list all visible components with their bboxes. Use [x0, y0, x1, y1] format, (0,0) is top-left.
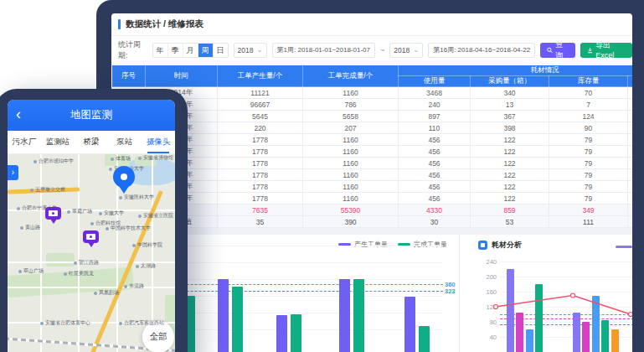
tab-监测站[interactable]: 监测站	[41, 131, 75, 153]
table-cell: 79	[549, 193, 628, 204]
table-cell: 5645	[218, 111, 303, 122]
table-cell: 110	[399, 122, 471, 134]
map-label-text: 安徽大学	[104, 210, 124, 217]
table-row: 22015年96667786240137650	[112, 99, 633, 111]
table-cell: 398	[471, 122, 549, 134]
poi-dot-icon	[20, 226, 23, 230]
consumable-bar	[582, 322, 590, 352]
week-from-field[interactable]: 第1周: 2018-01-01~2018-01-07	[272, 43, 375, 58]
sub-column-header: 采购量（箱）	[471, 76, 549, 87]
filter-label: 统计周期:	[118, 39, 147, 61]
map-label: 红星美凯龙	[64, 270, 94, 277]
layer-expander-button[interactable]: ›	[8, 165, 18, 180]
year-to-select[interactable]: 2018 ⌄	[389, 43, 423, 58]
map-label: 安徽省博物馆	[138, 154, 173, 162]
map-label-text: 翠庭广场	[72, 208, 92, 215]
map-label: 体育场	[111, 155, 131, 163]
table-cell: 79	[549, 158, 628, 169]
poi-dot-icon	[119, 322, 122, 325]
map-label-text: 安徽省博物馆	[143, 154, 173, 162]
period-option-月[interactable]: 月	[183, 44, 198, 57]
table-cell: 122	[471, 146, 549, 158]
dashboard: 数据统计 / 维修报表 统计周期: 年季月周日 2018 ⌄ 第1周: 2018…	[111, 13, 632, 352]
table-cell: 456	[399, 181, 471, 193]
poi-dot-icon	[90, 222, 94, 225]
period-option-年[interactable]: 年	[153, 44, 168, 57]
table-row: 32016年56455658897367124129	[112, 111, 633, 122]
period-option-周[interactable]: 周	[198, 44, 214, 57]
period-option-日[interactable]: 日	[214, 44, 228, 57]
map-label: 安徽大学	[99, 210, 124, 217]
legend-item[interactable]: 产生工单量	[338, 240, 388, 249]
phone-tab-bar: 污水厂监测站桥梁泵站摄像头	[8, 131, 175, 154]
map-label: 安徽省立医院	[138, 212, 173, 220]
consumables-chart: 耗材分析 2402001601208040	[460, 235, 632, 352]
back-button[interactable]: ‹	[16, 103, 21, 125]
table-cell: 67	[628, 146, 633, 158]
table-cell: 240	[399, 99, 471, 111]
tab-泵站[interactable]: 泵站	[108, 131, 142, 153]
table-cell: 456	[399, 169, 471, 181]
table-cell: 367	[471, 111, 549, 122]
caret-down-icon: ⌄	[414, 48, 420, 53]
table-cell: 122	[471, 134, 549, 146]
table-cell: 1160	[303, 181, 399, 193]
chart-title: 耗材分析	[492, 240, 522, 251]
table-cell: 1778	[218, 146, 303, 158]
location-pin-icon[interactable]	[113, 166, 135, 194]
table-cell: 1778	[218, 134, 303, 146]
map-view[interactable]: › 全部 合肥市琥珀中学体育场安徽省博物馆安徽农业大学五里墩立交桥安徽医科大学合…	[8, 154, 175, 352]
tab-桥梁[interactable]: 桥梁	[75, 131, 108, 153]
poi-dot-icon	[111, 158, 114, 161]
poi-dot-icon	[18, 270, 22, 273]
map-label-text: 安徽医科大学	[124, 194, 154, 201]
period-option-季[interactable]: 季	[168, 44, 183, 57]
tab-污水厂[interactable]: 污水厂	[8, 131, 41, 153]
table-cell: 1778	[218, 169, 303, 181]
filter-bar: 统计周期: 年季月周日 2018 ⌄ 第1周: 2018-01-01~2018-…	[111, 36, 632, 65]
y-axis-tick: 160	[482, 288, 497, 296]
tab-摄像头[interactable]: 摄像头	[142, 131, 175, 153]
repair-report-table: 序号时间工单产生量/个工单完成量/个耗材情况使用量采购量（箱）库存量余量1201…	[111, 65, 632, 228]
map-label-text: 红星美凯龙	[69, 270, 94, 277]
table-cell: 90	[549, 122, 628, 134]
table-row: 52018年177811604561227967	[112, 134, 633, 146]
query-button[interactable]: 查询	[540, 43, 575, 58]
consumable-bar	[516, 313, 523, 352]
sub-column-header: 使用量	[399, 76, 471, 87]
breadcrumb-bar: 数据统计 / 维修报表	[111, 13, 632, 36]
table-cell: 220	[218, 122, 303, 134]
table-cell: 650	[628, 99, 633, 111]
breadcrumb: 数据统计 / 维修报表	[126, 18, 204, 30]
map-label-text: 太湖路	[141, 262, 156, 270]
map-label-text: 东流路	[129, 282, 144, 290]
bar-completed	[419, 326, 430, 352]
year-from-select[interactable]: 2018 ⌄	[234, 43, 267, 58]
y-axis-tick: 120	[482, 303, 497, 311]
camera-marker-icon[interactable]	[45, 207, 61, 224]
map-label: 合肥汽车客运西站	[119, 319, 164, 327]
year-to-value: 2018	[394, 46, 410, 54]
map-label: 合肥市琥珀中学	[33, 158, 74, 165]
phone-frame: ‹ 地图监测 污水厂监测站桥梁泵站摄像头 ›	[0, 89, 188, 352]
table-cell: 7	[549, 99, 628, 111]
camera-marker-icon[interactable]	[83, 230, 99, 247]
y-axis-tick: 200	[482, 273, 497, 281]
table-row: 42017年2202071103989019	[112, 122, 633, 134]
table-cell: 30	[399, 216, 471, 228]
bar-generated	[404, 297, 415, 352]
period-segmented-control: 年季月周日	[152, 43, 229, 58]
week-to-field[interactable]: 第16周: 2018-04-16~2018-04-22	[428, 43, 535, 58]
poi-dot-icon	[119, 196, 122, 199]
bar-generated	[276, 315, 287, 352]
table-cell: 332	[628, 204, 633, 216]
poi-dot-icon	[132, 244, 136, 247]
table-cell: 55390	[303, 204, 399, 216]
poi-dot-icon	[40, 322, 44, 325]
bar-completed	[353, 279, 364, 352]
map-label: 黄山路	[20, 224, 40, 231]
map-label-text: 双山广场	[23, 267, 44, 275]
legend-item[interactable]: 完成工单量	[398, 240, 447, 249]
export-excel-button[interactable]: 导出Excel	[580, 43, 632, 58]
chart-legend: 产生工单量完成工单量	[338, 240, 447, 249]
